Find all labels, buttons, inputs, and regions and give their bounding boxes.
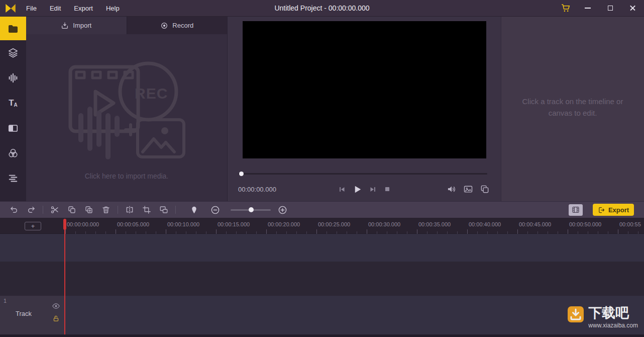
timeline-bottom-strip xyxy=(0,334,644,337)
media-tabs: Import Record xyxy=(26,17,227,34)
menu-export[interactable]: Export xyxy=(74,5,93,12)
cart-icon[interactable] xyxy=(555,0,576,17)
sidebar-item-transitions[interactable] xyxy=(0,116,26,141)
close-button[interactable] xyxy=(621,0,644,17)
transport-controls xyxy=(228,185,501,194)
sidebar-item-text[interactable]: TA xyxy=(0,91,26,116)
crop-button[interactable] xyxy=(140,203,153,216)
export-icon xyxy=(598,206,605,214)
previous-frame-button[interactable] xyxy=(338,186,346,193)
seek-handle[interactable] xyxy=(239,172,244,176)
ruler-label: 00:00:10.000 xyxy=(167,221,199,227)
audio-waveform-icon xyxy=(8,72,19,83)
watermark-brand: 下载吧 xyxy=(588,306,638,321)
sidebar-item-audio[interactable] xyxy=(0,65,26,91)
next-frame-button[interactable] xyxy=(369,186,377,193)
timeline: + 00:00:00.000 00:00:05.000 00:00:10.000… xyxy=(0,218,644,337)
record-icon xyxy=(160,22,168,30)
media-panel: Import Record REC xyxy=(26,17,227,201)
visibility-eye-icon[interactable] xyxy=(52,302,60,310)
menu-file[interactable]: File xyxy=(26,5,37,12)
zoom-slider-handle[interactable] xyxy=(249,207,254,212)
ruler-label: 00:00:55 xyxy=(619,221,641,227)
window-controls xyxy=(555,0,644,17)
main-area: TA xyxy=(0,17,644,201)
duplicate-button[interactable] xyxy=(82,203,95,216)
properties-hint-text: Click a track on the timeline or canvas … xyxy=(513,96,632,119)
tab-import-label: Import xyxy=(73,22,91,29)
undo-button[interactable] xyxy=(7,203,21,216)
ruler-label: 00:00:50.000 xyxy=(569,221,601,227)
ruler-scale: 00:00:00.000 00:00:05.000 00:00:10.000 0… xyxy=(65,218,644,234)
export-button-label: Export xyxy=(608,206,629,214)
transitions-icon xyxy=(8,123,19,134)
ruler-label: 00:00:00.000 xyxy=(67,221,99,227)
playhead[interactable] xyxy=(64,219,65,334)
ruler-label: 00:00:25.000 xyxy=(318,221,350,227)
tool-sidebar: TA xyxy=(0,17,26,201)
delete-button[interactable] xyxy=(99,203,113,216)
watermark-logo-icon xyxy=(567,306,584,323)
toolbar-divider xyxy=(175,206,176,214)
menu-bar: File Edit Export Help xyxy=(26,5,120,12)
ruler-label: 00:00:20.000 xyxy=(268,221,300,227)
timeline-ruler[interactable]: + 00:00:00.000 00:00:05.000 00:00:10.000… xyxy=(0,218,644,234)
cut-button[interactable] xyxy=(48,203,61,216)
track-name: Track xyxy=(16,310,32,317)
add-track-button[interactable]: + xyxy=(25,222,41,230)
render-queue-button[interactable] xyxy=(569,204,583,216)
lock-icon[interactable] xyxy=(52,315,60,322)
maximize-button[interactable] xyxy=(599,0,621,17)
timeline-row-middle[interactable] xyxy=(0,262,644,296)
ruler-label: 00:00:15.000 xyxy=(218,221,250,227)
preview-panel: 00:00:00.000 xyxy=(227,17,501,201)
app-logo-icon xyxy=(0,0,21,17)
tab-record[interactable]: Record xyxy=(127,17,228,34)
import-hint-text: Click here to import media. xyxy=(85,172,169,180)
marker-button[interactable] xyxy=(187,203,201,216)
tab-import[interactable]: Import xyxy=(26,17,127,34)
ruler-label: 00:00:30.000 xyxy=(368,221,400,227)
track-index: 1 xyxy=(4,298,7,304)
copy-button[interactable] xyxy=(65,203,78,216)
tab-record-label: Record xyxy=(172,22,193,29)
zoom-out-button[interactable] xyxy=(208,203,222,216)
menu-edit[interactable]: Edit xyxy=(50,5,61,12)
ruler-label: 00:00:40.000 xyxy=(469,221,501,227)
sidebar-item-behaviors[interactable] xyxy=(0,166,26,191)
behaviors-icon xyxy=(8,173,19,184)
zoom-slider[interactable] xyxy=(231,207,271,213)
overlay-button[interactable] xyxy=(157,203,170,216)
toolbar-divider xyxy=(118,206,118,214)
titlebar: File Edit Export Help Untitled Project -… xyxy=(0,0,644,17)
split-button[interactable] xyxy=(123,203,136,216)
timeline-row-upper[interactable] xyxy=(0,234,644,262)
layers-icon xyxy=(8,47,19,58)
watermark: 下载吧 www.xiazaiba.com xyxy=(567,306,638,329)
zoom-in-button[interactable] xyxy=(276,203,289,216)
sidebar-item-elements[interactable] xyxy=(0,40,26,65)
export-button[interactable]: Export xyxy=(593,204,634,216)
ruler-label: 00:00:05.000 xyxy=(117,221,149,227)
import-icon xyxy=(61,22,69,30)
timeline-track-1[interactable]: 1 Track xyxy=(0,296,644,334)
import-dropzone[interactable]: REC xyxy=(26,34,227,201)
text-icon: TA xyxy=(9,99,18,108)
minimize-button[interactable] xyxy=(576,0,599,17)
redo-button[interactable] xyxy=(24,203,38,216)
sidebar-item-filters[interactable] xyxy=(0,141,26,166)
ruler-label: 00:00:35.000 xyxy=(418,221,451,227)
menu-help[interactable]: Help xyxy=(106,5,120,12)
toolbar-divider xyxy=(43,206,43,214)
seek-track xyxy=(238,173,487,175)
seek-bar[interactable] xyxy=(238,171,487,176)
play-button[interactable] xyxy=(353,185,362,194)
watermark-site: www.xiazaiba.com xyxy=(588,322,638,329)
ruler-label: 00:00:45.000 xyxy=(519,221,551,227)
track-header[interactable]: 1 Track xyxy=(0,296,65,334)
sidebar-item-media[interactable] xyxy=(0,17,26,40)
toolbar-right: Export xyxy=(569,204,644,216)
video-canvas[interactable] xyxy=(243,21,486,158)
edit-toolbar: Export xyxy=(0,201,644,218)
stop-button[interactable] xyxy=(384,186,391,193)
